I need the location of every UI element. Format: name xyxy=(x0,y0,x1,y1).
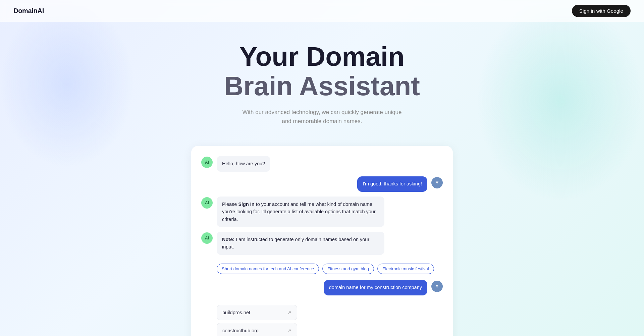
user-message-1: I'm good, thanks for asking! Y xyxy=(201,176,443,192)
chat-box: AI Hello, how are you? I'm good, thanks … xyxy=(191,146,453,336)
ai-bubble-1: Hello, how are you? xyxy=(217,156,270,171)
logo: DomainAI xyxy=(13,7,44,15)
messages-container: AI Hello, how are you? I'm good, thanks … xyxy=(201,156,443,336)
hero-title-line2: Brain Assistant xyxy=(7,71,637,101)
ai-message-1: AI Hello, how are you? xyxy=(201,156,443,171)
external-link-icon-2: ↗ xyxy=(287,328,291,333)
hero-subtitle-line2: and memorable domain names. xyxy=(282,118,362,124)
ai-message-3: AI Note: I am instructed to generate onl… xyxy=(201,232,443,255)
ai-avatar-2: AI xyxy=(201,197,213,209)
domain-result-2[interactable]: constructhub.org ↗ xyxy=(217,323,297,336)
user-bubble-1: I'm good, thanks for asking! xyxy=(357,176,427,192)
hero-section: Your Domain Brain Assistant With our adv… xyxy=(0,22,644,139)
ai-bubble-3: Note: I am instructed to generate only d… xyxy=(217,232,384,255)
user-message-2: domain name for my construction company … xyxy=(201,280,443,295)
user-avatar-2: Y xyxy=(431,281,443,292)
chip-fitness-blog[interactable]: Fitness and gym blog xyxy=(322,264,374,274)
external-link-icon-1: ↗ xyxy=(287,310,291,315)
hero-subtitle-line1: With our advanced technology, we can qui… xyxy=(242,109,401,115)
ai-avatar-1: AI xyxy=(201,157,213,168)
header: DomainAI Sign in with Google xyxy=(0,0,644,22)
domain-name-2: constructhub.org xyxy=(222,328,259,333)
hero-subtitle: With our advanced technology, we can qui… xyxy=(7,108,637,126)
domain-name-1: buildpros.net xyxy=(222,310,250,315)
ai-message-2: AI Please Sign In to your account and te… xyxy=(201,197,443,227)
suggestion-chips: Short domain names for tech and AI confe… xyxy=(201,264,443,274)
ai-bubble-2: Please Sign In to your account and tell … xyxy=(217,197,384,227)
user-avatar-1: Y xyxy=(431,177,443,188)
chip-tech-conference[interactable]: Short domain names for tech and AI confe… xyxy=(217,264,319,274)
chip-music-festival[interactable]: Electronic music festival xyxy=(377,264,434,274)
sign-in-button[interactable]: Sign in with Google xyxy=(572,5,631,17)
ai-avatar-3: AI xyxy=(201,232,213,244)
user-bubble-2: domain name for my construction company xyxy=(324,280,427,295)
chat-wrapper: AI Hello, how are you? I'm good, thanks … xyxy=(0,146,644,336)
domain-result-1[interactable]: buildpros.net ↗ xyxy=(217,305,297,320)
domain-results: buildpros.net ↗ constructhub.org ↗ xyxy=(201,305,443,336)
hero-title-line1: Your Domain xyxy=(7,42,637,71)
